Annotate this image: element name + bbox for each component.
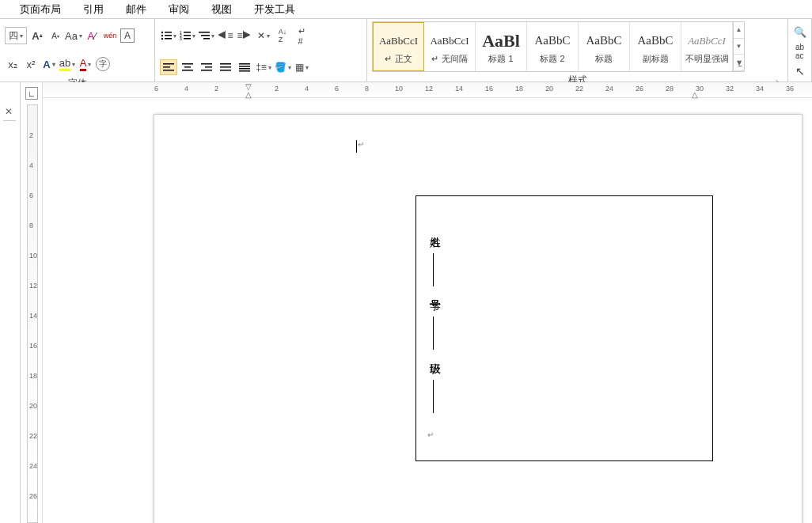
find-icon[interactable]: 🔍: [794, 26, 806, 38]
vruler-mark: 24: [29, 462, 37, 470]
svg-rect-22: [205, 66, 212, 68]
clear-format-button[interactable]: A⁄: [84, 28, 100, 44]
shading-button[interactable]: 🪣: [274, 59, 291, 75]
hruler-mark: 10: [395, 85, 403, 93]
menu-mail[interactable]: 邮件: [126, 2, 146, 17]
style-item-3[interactable]: AaBbC标题 2: [527, 22, 579, 71]
decrease-indent-button[interactable]: ⯇≡: [217, 28, 234, 44]
svg-rect-7: [184, 32, 191, 33]
text-effects-button[interactable]: A: [41, 56, 57, 72]
hruler-mark: 30: [696, 85, 704, 93]
gallery-up[interactable]: ▲: [734, 22, 744, 39]
multilevel-list-button[interactable]: [198, 28, 215, 44]
svg-point-2: [161, 35, 163, 36]
distribute-button[interactable]: [236, 59, 253, 75]
asian-layout-button[interactable]: ✕: [255, 28, 272, 44]
hruler-mark: 4: [305, 85, 309, 93]
text-cursor: [356, 140, 357, 153]
vruler-mark: 14: [29, 312, 37, 320]
gallery-more[interactable]: ▼̲: [734, 55, 744, 71]
vruler-mark: 22: [29, 432, 37, 440]
menu-review[interactable]: 审阅: [169, 2, 189, 17]
bullets-button[interactable]: [160, 28, 177, 44]
style-name: ↵ 无间隔: [431, 53, 467, 65]
hruler-mark: 34: [756, 85, 764, 93]
vruler-mark: 2: [29, 131, 33, 139]
menu-layout[interactable]: 页面布局: [20, 2, 61, 17]
phonetic-guide-button[interactable]: wén: [102, 28, 118, 44]
text-box[interactable]: 姓名 学号 班级 ↵: [415, 195, 713, 461]
numbering-button[interactable]: 123: [179, 28, 196, 44]
hruler-mark: 16: [485, 85, 493, 93]
workspace: ✕ ∟ 246810121416182022242628 ▽ △ △ 64224…: [0, 82, 812, 523]
vruler-mark: 16: [29, 342, 37, 350]
vruler-mark: 6: [29, 191, 33, 199]
hruler-mark: 36: [786, 85, 794, 93]
style-preview: AaBbCcI: [688, 29, 726, 53]
menu-devtools[interactable]: 开发工具: [254, 2, 295, 17]
hruler-mark: 32: [726, 85, 734, 93]
borders-button[interactable]: ▦: [293, 59, 310, 75]
hruler-mark: 14: [455, 85, 463, 93]
styles-group: AaBbCcI↵ 正文AaBbCcI↵ 无间隔AaBl标题 1AaBbC标题 2…: [367, 19, 788, 81]
hanging-indent-marker[interactable]: △: [245, 90, 252, 99]
style-preview: AaBbCcI: [430, 29, 469, 53]
style-item-5[interactable]: AaBbC副标题: [630, 22, 681, 71]
char-border-button[interactable]: A: [120, 28, 135, 43]
style-item-6[interactable]: AaBbCcI不明显强调: [681, 22, 733, 71]
enclose-chars-button[interactable]: 字: [96, 57, 110, 71]
hruler-mark: 2: [214, 85, 218, 93]
select-icon[interactable]: ↖: [795, 65, 805, 78]
tab-selector[interactable]: ∟: [25, 87, 38, 100]
show-marks-button[interactable]: ↵#: [293, 28, 310, 44]
horizontal-ruler[interactable]: ▽ △ △ 6422468101214161820222426283032343…: [43, 82, 812, 98]
hruler-mark: 4: [184, 85, 188, 93]
menu-references[interactable]: 引用: [83, 2, 104, 17]
style-item-4[interactable]: AaBbC标题: [579, 22, 630, 71]
style-name: 副标题: [643, 53, 669, 65]
vruler-mark: 18: [29, 372, 37, 380]
svg-text:3: 3: [180, 36, 182, 40]
justify-button[interactable]: [217, 59, 234, 75]
svg-rect-26: [220, 70, 231, 71]
line-spacing-button[interactable]: ‡≡: [255, 59, 272, 75]
align-center-button[interactable]: [179, 59, 196, 75]
change-case-button[interactable]: Aa: [66, 28, 82, 44]
highlight-button[interactable]: ab: [59, 56, 75, 72]
style-preview: AaBbC: [586, 29, 622, 53]
style-preview: AaBbCcI: [379, 29, 418, 53]
nav-close-button[interactable]: ✕: [5, 106, 13, 117]
editing-group: 🔍 abac ↖: [788, 19, 812, 81]
font-color-button[interactable]: A: [78, 56, 93, 72]
align-left-button[interactable]: [160, 59, 177, 75]
align-right-button[interactable]: [198, 59, 215, 75]
nav-divider: [3, 120, 16, 121]
hruler-mark: 28: [666, 85, 674, 93]
shrink-font-button[interactable]: A▾: [47, 28, 63, 44]
style-name: 标题: [595, 53, 613, 65]
style-item-0[interactable]: AaBbCcI↵ 正文: [373, 22, 424, 71]
style-item-1[interactable]: AaBbCcI↵ 无间隔: [424, 22, 476, 71]
font-size-select[interactable]: 四: [5, 27, 27, 44]
vertical-ruler[interactable]: ∟ 246810121416182022242628: [21, 82, 43, 523]
gallery-down[interactable]: ▼: [734, 39, 744, 55]
grow-font-button[interactable]: A▴: [29, 28, 45, 44]
subscript-button[interactable]: x₂: [5, 56, 21, 72]
document-area[interactable]: ▽ △ △ 6422468101214161820222426283032343…: [43, 82, 812, 523]
navigation-pane: ✕: [0, 82, 21, 523]
replace-icon[interactable]: abac: [795, 43, 804, 60]
menu-view[interactable]: 视图: [211, 2, 232, 17]
increase-indent-button[interactable]: ≡⯈: [236, 28, 253, 44]
svg-rect-29: [239, 68, 250, 70]
field-id-line: [433, 316, 434, 350]
style-item-2[interactable]: AaBl标题 1: [476, 22, 527, 71]
hruler-mark: 6: [154, 85, 158, 93]
document-page[interactable]: 姓名 学号 班级 ↵: [154, 114, 803, 523]
svg-rect-3: [165, 35, 172, 36]
superscript-button[interactable]: x²: [23, 56, 39, 72]
svg-rect-20: [182, 70, 193, 71]
sort-button[interactable]: A↓Z: [274, 28, 291, 44]
gallery-scroll[interactable]: ▲▼▼̲: [733, 22, 744, 71]
style-preview: AaBbC: [535, 29, 571, 53]
styles-gallery[interactable]: AaBbCcI↵ 正文AaBbCcI↵ 无间隔AaBl标题 1AaBbC标题 2…: [372, 21, 745, 72]
